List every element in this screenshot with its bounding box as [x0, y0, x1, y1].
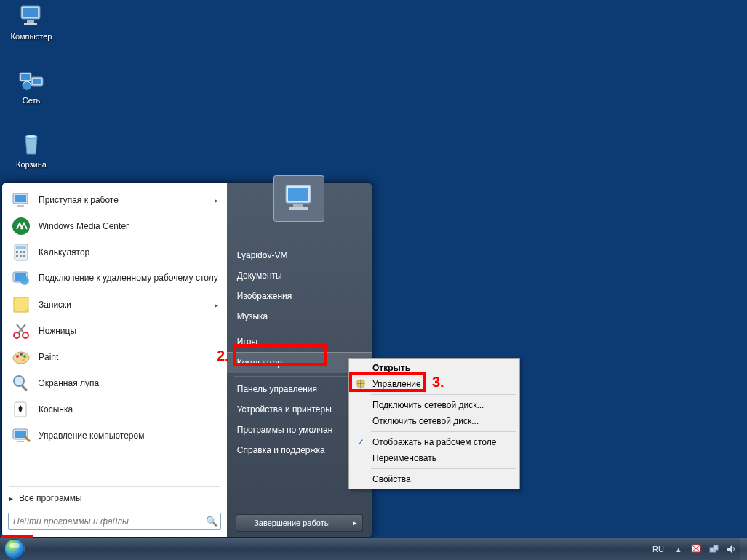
start-item-label: Управление компьютером	[39, 431, 144, 441]
svg-rect-45	[714, 545, 718, 550]
user-picture-frame[interactable]	[273, 175, 324, 222]
svg-rect-41	[293, 204, 303, 207]
computer-large-icon	[279, 181, 319, 216]
shutdown-button[interactable]: Завершение работы	[236, 514, 348, 532]
svg-rect-3	[24, 23, 37, 25]
start-item-paint[interactable]: Paint	[5, 344, 224, 370]
svg-point-33	[14, 376, 24, 386]
start-item-wmc[interactable]: Windows Media Center	[5, 213, 224, 239]
start-item-magnifier[interactable]: Экранная лупа	[5, 370, 224, 396]
context-item-rename[interactable]: Переименовать	[351, 450, 518, 466]
desktop-icon-network[interactable]: Сеть	[4, 65, 58, 105]
right-item-pictures[interactable]: Изображения	[227, 286, 372, 306]
system-tray: RU ▴	[647, 538, 740, 560]
start-item-label: Записки	[39, 300, 71, 310]
svg-rect-2	[27, 20, 34, 23]
separator	[234, 376, 364, 377]
context-item-manage[interactable]: Управление	[351, 376, 518, 392]
desktop-icon-label: Компьютер	[4, 32, 58, 41]
taskbar: RU ▴	[0, 538, 747, 560]
right-item-documents[interactable]: Документы	[227, 265, 372, 286]
network-icon	[17, 65, 46, 95]
context-item-properties[interactable]: Свойства	[351, 471, 518, 487]
start-item-label: Калькулятор	[39, 247, 89, 257]
paint-icon	[9, 345, 33, 369]
svg-point-29	[16, 355, 19, 358]
right-item-games[interactable]: Игры	[227, 332, 372, 352]
right-item-music[interactable]: Музыка	[227, 306, 372, 327]
svg-point-9	[25, 135, 37, 139]
getting-started-icon	[9, 188, 33, 212]
svg-rect-12	[17, 205, 24, 207]
start-item-label: Косынка	[39, 404, 73, 415]
svg-rect-34	[21, 385, 28, 391]
network-tray-icon[interactable]	[708, 543, 719, 555]
rdp-icon	[9, 267, 33, 290]
solitaire-icon	[9, 398, 33, 421]
context-item-show-on-desktop[interactable]: ✓ Отображать на рабочем столе	[351, 434, 518, 450]
volume-icon[interactable]	[725, 543, 737, 555]
action-center-icon[interactable]	[690, 543, 702, 555]
separator	[371, 394, 516, 395]
context-item-open[interactable]: Открыть	[351, 360, 518, 376]
wmc-icon	[9, 215, 33, 238]
start-item-computer-management[interactable]: Управление компьютером	[5, 423, 224, 449]
svg-rect-40	[288, 188, 308, 201]
svg-rect-15	[16, 246, 26, 249]
desktop-icon-recycle-bin[interactable]: Корзина	[4, 129, 58, 169]
start-item-rdp[interactable]: Подключение к удаленному рабочему столу	[5, 265, 224, 292]
svg-rect-1	[23, 8, 38, 17]
start-item-label: Приступая к работе	[39, 195, 119, 205]
submenu-arrow-icon: ▸	[215, 301, 218, 309]
sticky-notes-icon	[9, 293, 33, 316]
start-menu-left-pane: Приступая к работе ▸ Windows Media Cente…	[2, 183, 227, 537]
start-item-label: Экранная лупа	[39, 378, 99, 388]
computer-management-icon	[9, 424, 33, 447]
start-item-label: Подключение к удаленному рабочему столу	[39, 273, 218, 284]
svg-point-30	[20, 353, 23, 356]
computer-icon	[17, 1, 46, 31]
show-desktop-button[interactable]	[740, 538, 747, 560]
submenu-arrow-icon: ▸	[215, 196, 218, 204]
shutdown-options-button[interactable]: ▸	[348, 514, 363, 532]
all-programs-label: Все программы	[19, 493, 82, 503]
right-item-user[interactable]: Lyapidov-VM	[227, 245, 372, 265]
start-button[interactable]	[0, 538, 29, 560]
svg-rect-42	[289, 207, 308, 210]
start-item-label: Paint	[39, 352, 58, 362]
svg-point-24	[20, 276, 29, 285]
separator	[371, 468, 516, 469]
arrow-right-icon: ▸	[9, 495, 13, 503]
svg-rect-20	[20, 255, 22, 257]
magnifier-icon	[9, 372, 33, 395]
search-icon: 🔍	[206, 516, 217, 527]
context-item-unmap-drive[interactable]: Отключить сетевой диск...	[351, 413, 518, 429]
recycle-bin-icon	[17, 129, 46, 159]
all-programs-button[interactable]: ▸ Все программы	[5, 488, 224, 508]
start-item-getting-started[interactable]: Приступая к работе ▸	[5, 187, 224, 213]
shutdown-group: Завершение работы ▸	[236, 514, 363, 532]
show-hidden-icons-button[interactable]: ▴	[673, 543, 684, 555]
calculator-icon	[9, 241, 33, 264]
start-item-sticky-notes[interactable]: Записки ▸	[5, 292, 224, 318]
windows-orb-icon	[4, 539, 25, 559]
context-item-map-drive[interactable]: Подключить сетевой диск...	[351, 397, 518, 413]
svg-rect-11	[15, 195, 26, 202]
svg-rect-16	[16, 251, 18, 253]
scissors-icon	[9, 319, 33, 343]
search-input[interactable]	[8, 513, 221, 530]
start-item-solitaire[interactable]: Косынка	[5, 396, 224, 423]
svg-rect-21	[23, 255, 25, 257]
svg-rect-5	[21, 74, 30, 80]
separator	[234, 329, 364, 329]
separator	[9, 486, 220, 487]
desktop-icon-computer[interactable]: Компьютер	[4, 1, 58, 41]
svg-rect-18	[23, 251, 25, 253]
svg-point-32	[22, 359, 25, 361]
start-item-calculator[interactable]: Калькулятор	[5, 239, 224, 265]
svg-rect-19	[16, 255, 18, 257]
start-item-snipping-tool[interactable]: Ножницы	[5, 318, 224, 344]
svg-rect-17	[20, 251, 22, 253]
language-indicator[interactable]: RU	[650, 545, 667, 553]
svg-rect-7	[33, 79, 41, 84]
